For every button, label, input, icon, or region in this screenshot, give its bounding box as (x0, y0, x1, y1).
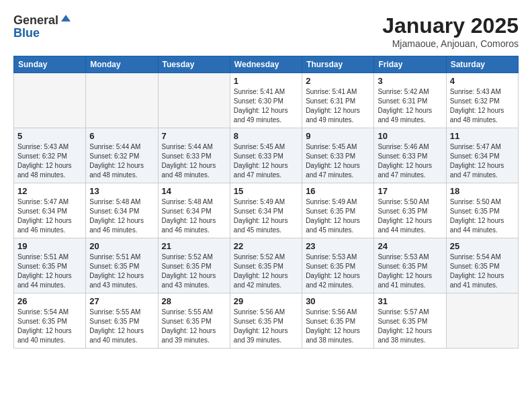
day-info: Sunrise: 5:45 AM Sunset: 6:33 PM Dayligh… (306, 142, 370, 180)
calendar-day-cell: 24Sunrise: 5:53 AM Sunset: 6:35 PM Dayli… (374, 238, 446, 293)
day-number: 22 (234, 241, 298, 251)
day-info: Sunrise: 5:49 AM Sunset: 6:34 PM Dayligh… (234, 197, 298, 235)
calendar-day-cell: 25Sunrise: 5:54 AM Sunset: 6:35 PM Dayli… (446, 238, 518, 293)
day-info: Sunrise: 5:56 AM Sunset: 6:35 PM Dayligh… (306, 308, 370, 345)
calendar-day-cell: 31Sunrise: 5:57 AM Sunset: 6:35 PM Dayli… (374, 293, 446, 349)
day-info: Sunrise: 5:55 AM Sunset: 6:35 PM Dayligh… (162, 308, 226, 345)
day-info: Sunrise: 5:41 AM Sunset: 6:31 PM Dayligh… (306, 87, 370, 125)
day-number: 3 (378, 76, 442, 86)
day-number: 14 (162, 186, 226, 196)
calendar-day-cell: 16Sunrise: 5:49 AM Sunset: 6:35 PM Dayli… (302, 183, 374, 238)
calendar-day-cell: 1Sunrise: 5:41 AM Sunset: 6:30 PM Daylig… (230, 73, 302, 128)
calendar-day-cell: 22Sunrise: 5:52 AM Sunset: 6:35 PM Dayli… (230, 238, 302, 293)
day-info: Sunrise: 5:43 AM Sunset: 6:32 PM Dayligh… (17, 142, 82, 180)
day-info: Sunrise: 5:55 AM Sunset: 6:35 PM Dayligh… (89, 308, 154, 345)
calendar-day-cell: 9Sunrise: 5:45 AM Sunset: 6:33 PM Daylig… (302, 128, 374, 183)
calendar-title: January 2025 (382, 13, 519, 38)
weekday-header: Monday (86, 56, 158, 73)
calendar-day-cell: 13Sunrise: 5:48 AM Sunset: 6:34 PM Dayli… (86, 183, 158, 238)
day-number: 9 (306, 131, 370, 141)
day-info: Sunrise: 5:44 AM Sunset: 6:33 PM Dayligh… (162, 142, 226, 180)
day-number: 19 (17, 241, 82, 251)
day-info: Sunrise: 5:52 AM Sunset: 6:35 PM Dayligh… (234, 253, 298, 290)
day-info: Sunrise: 5:56 AM Sunset: 6:35 PM Dayligh… (234, 308, 298, 345)
day-info: Sunrise: 5:51 AM Sunset: 6:35 PM Dayligh… (89, 253, 154, 290)
calendar-day-cell: 23Sunrise: 5:53 AM Sunset: 6:35 PM Dayli… (302, 238, 374, 293)
calendar-day-cell: 29Sunrise: 5:56 AM Sunset: 6:35 PM Dayli… (230, 293, 302, 349)
calendar-day-cell: 26Sunrise: 5:54 AM Sunset: 6:35 PM Dayli… (14, 293, 86, 349)
calendar-day-cell: 10Sunrise: 5:46 AM Sunset: 6:33 PM Dayli… (374, 128, 446, 183)
calendar-day-cell: 20Sunrise: 5:51 AM Sunset: 6:35 PM Dayli… (86, 238, 158, 293)
calendar-subtitle: Mjamaoue, Anjouan, Comoros (382, 38, 519, 49)
day-info: Sunrise: 5:54 AM Sunset: 6:35 PM Dayligh… (17, 308, 82, 345)
day-number: 7 (162, 131, 226, 141)
day-info: Sunrise: 5:52 AM Sunset: 6:35 PM Dayligh… (162, 253, 226, 290)
calendar-header-row: SundayMondayTuesdayWednesdayThursdayFrid… (14, 56, 519, 73)
day-info: Sunrise: 5:47 AM Sunset: 6:34 PM Dayligh… (450, 142, 515, 180)
day-number: 5 (17, 131, 82, 141)
logo-general-text: General (13, 13, 58, 28)
calendar-day-cell: 3Sunrise: 5:42 AM Sunset: 6:31 PM Daylig… (374, 73, 446, 128)
day-info: Sunrise: 5:41 AM Sunset: 6:30 PM Dayligh… (234, 87, 298, 125)
weekday-header: Wednesday (230, 56, 302, 73)
day-info: Sunrise: 5:47 AM Sunset: 6:34 PM Dayligh… (17, 197, 82, 235)
logo-blue-text: Blue (13, 26, 72, 40)
calendar-day-cell: 4Sunrise: 5:43 AM Sunset: 6:32 PM Daylig… (446, 73, 518, 128)
calendar-day-cell: 11Sunrise: 5:47 AM Sunset: 6:34 PM Dayli… (446, 128, 518, 183)
calendar-week-row: 1Sunrise: 5:41 AM Sunset: 6:30 PM Daylig… (14, 73, 519, 128)
calendar-table: SundayMondayTuesdayWednesdayThursdayFrid… (13, 56, 519, 349)
calendar-day-cell: 6Sunrise: 5:44 AM Sunset: 6:32 PM Daylig… (86, 128, 158, 183)
day-info: Sunrise: 5:44 AM Sunset: 6:32 PM Dayligh… (89, 142, 154, 180)
weekday-header: Friday (374, 56, 446, 73)
calendar-day-cell: 14Sunrise: 5:48 AM Sunset: 6:34 PM Dayli… (158, 183, 230, 238)
day-number: 6 (89, 131, 154, 141)
day-info: Sunrise: 5:53 AM Sunset: 6:35 PM Dayligh… (378, 253, 442, 290)
day-info: Sunrise: 5:48 AM Sunset: 6:34 PM Dayligh… (162, 197, 226, 235)
calendar-day-cell: 30Sunrise: 5:56 AM Sunset: 6:35 PM Dayli… (302, 293, 374, 349)
day-info: Sunrise: 5:57 AM Sunset: 6:35 PM Dayligh… (378, 308, 442, 345)
calendar-week-row: 26Sunrise: 5:54 AM Sunset: 6:35 PM Dayli… (14, 293, 519, 349)
day-number: 15 (234, 186, 298, 196)
calendar-day-cell (446, 293, 518, 349)
day-info: Sunrise: 5:50 AM Sunset: 6:35 PM Dayligh… (450, 197, 515, 235)
weekday-header: Saturday (446, 56, 518, 73)
header: General Blue January 2025 Mjamaoue, Anjo… (13, 13, 519, 49)
day-number: 24 (378, 241, 442, 251)
day-number: 17 (378, 186, 442, 196)
day-number: 27 (89, 296, 154, 306)
day-info: Sunrise: 5:54 AM Sunset: 6:35 PM Dayligh… (450, 253, 515, 290)
calendar-week-row: 12Sunrise: 5:47 AM Sunset: 6:34 PM Dayli… (14, 183, 519, 238)
day-number: 10 (378, 131, 442, 141)
calendar-day-cell: 17Sunrise: 5:50 AM Sunset: 6:35 PM Dayli… (374, 183, 446, 238)
calendar-day-cell: 27Sunrise: 5:55 AM Sunset: 6:35 PM Dayli… (86, 293, 158, 349)
title-block: January 2025 Mjamaoue, Anjouan, Comoros (382, 13, 519, 49)
day-info: Sunrise: 5:49 AM Sunset: 6:35 PM Dayligh… (306, 197, 370, 235)
day-number: 18 (450, 186, 515, 196)
calendar-day-cell: 15Sunrise: 5:49 AM Sunset: 6:34 PM Dayli… (230, 183, 302, 238)
day-number: 4 (450, 76, 515, 86)
calendar-day-cell (86, 73, 158, 128)
calendar-day-cell (14, 73, 86, 128)
day-number: 28 (162, 296, 226, 306)
day-number: 25 (450, 241, 515, 251)
day-number: 13 (89, 186, 154, 196)
page: General Blue January 2025 Mjamaoue, Anjo… (0, 0, 532, 362)
day-number: 26 (17, 296, 82, 306)
day-info: Sunrise: 5:42 AM Sunset: 6:31 PM Dayligh… (378, 87, 442, 125)
day-number: 2 (306, 76, 370, 86)
day-number: 1 (234, 76, 298, 86)
calendar-day-cell: 5Sunrise: 5:43 AM Sunset: 6:32 PM Daylig… (14, 128, 86, 183)
calendar-week-row: 19Sunrise: 5:51 AM Sunset: 6:35 PM Dayli… (14, 238, 519, 293)
calendar-day-cell: 28Sunrise: 5:55 AM Sunset: 6:35 PM Dayli… (158, 293, 230, 349)
day-number: 30 (306, 296, 370, 306)
calendar-day-cell: 18Sunrise: 5:50 AM Sunset: 6:35 PM Dayli… (446, 183, 518, 238)
day-info: Sunrise: 5:51 AM Sunset: 6:35 PM Dayligh… (17, 253, 82, 290)
day-number: 12 (17, 186, 82, 196)
day-number: 20 (89, 241, 154, 251)
calendar-day-cell (158, 73, 230, 128)
day-info: Sunrise: 5:53 AM Sunset: 6:35 PM Dayligh… (306, 253, 370, 290)
logo: General Blue (13, 13, 72, 40)
day-info: Sunrise: 5:50 AM Sunset: 6:35 PM Dayligh… (378, 197, 442, 235)
calendar-day-cell: 8Sunrise: 5:45 AM Sunset: 6:33 PM Daylig… (230, 128, 302, 183)
weekday-header: Sunday (14, 56, 86, 73)
